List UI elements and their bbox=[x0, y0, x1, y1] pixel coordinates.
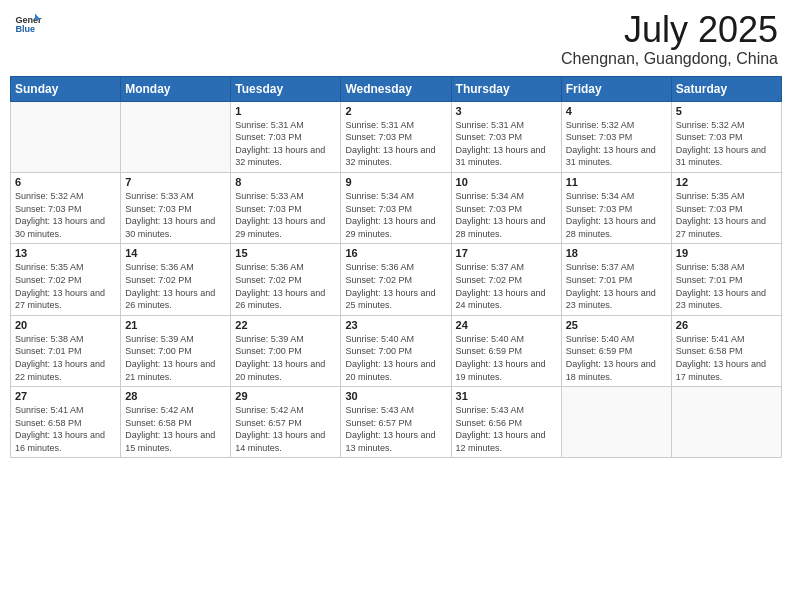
day-info: Sunrise: 5:32 AM Sunset: 7:03 PM Dayligh… bbox=[676, 119, 777, 169]
day-info: Sunrise: 5:31 AM Sunset: 7:03 PM Dayligh… bbox=[235, 119, 336, 169]
day-info: Sunrise: 5:35 AM Sunset: 7:02 PM Dayligh… bbox=[15, 261, 116, 311]
column-header-wednesday: Wednesday bbox=[341, 76, 451, 101]
day-info: Sunrise: 5:38 AM Sunset: 7:01 PM Dayligh… bbox=[676, 261, 777, 311]
calendar-cell: 2Sunrise: 5:31 AM Sunset: 7:03 PM Daylig… bbox=[341, 101, 451, 172]
calendar-cell: 23Sunrise: 5:40 AM Sunset: 7:00 PM Dayli… bbox=[341, 315, 451, 386]
day-info: Sunrise: 5:38 AM Sunset: 7:01 PM Dayligh… bbox=[15, 333, 116, 383]
column-header-thursday: Thursday bbox=[451, 76, 561, 101]
day-number: 2 bbox=[345, 105, 446, 117]
column-header-saturday: Saturday bbox=[671, 76, 781, 101]
calendar-week-row: 20Sunrise: 5:38 AM Sunset: 7:01 PM Dayli… bbox=[11, 315, 782, 386]
calendar-cell: 22Sunrise: 5:39 AM Sunset: 7:00 PM Dayli… bbox=[231, 315, 341, 386]
day-number: 18 bbox=[566, 247, 667, 259]
column-header-monday: Monday bbox=[121, 76, 231, 101]
day-number: 8 bbox=[235, 176, 336, 188]
calendar-week-row: 6Sunrise: 5:32 AM Sunset: 7:03 PM Daylig… bbox=[11, 172, 782, 243]
day-number: 14 bbox=[125, 247, 226, 259]
calendar-cell: 10Sunrise: 5:34 AM Sunset: 7:03 PM Dayli… bbox=[451, 172, 561, 243]
calendar-header-row: SundayMondayTuesdayWednesdayThursdayFrid… bbox=[11, 76, 782, 101]
calendar-week-row: 1Sunrise: 5:31 AM Sunset: 7:03 PM Daylig… bbox=[11, 101, 782, 172]
day-number: 11 bbox=[566, 176, 667, 188]
day-number: 21 bbox=[125, 319, 226, 331]
day-info: Sunrise: 5:43 AM Sunset: 6:57 PM Dayligh… bbox=[345, 404, 446, 454]
calendar-cell: 21Sunrise: 5:39 AM Sunset: 7:00 PM Dayli… bbox=[121, 315, 231, 386]
calendar-cell: 27Sunrise: 5:41 AM Sunset: 6:58 PM Dayli… bbox=[11, 387, 121, 458]
day-info: Sunrise: 5:40 AM Sunset: 6:59 PM Dayligh… bbox=[456, 333, 557, 383]
day-info: Sunrise: 5:31 AM Sunset: 7:03 PM Dayligh… bbox=[456, 119, 557, 169]
day-info: Sunrise: 5:41 AM Sunset: 6:58 PM Dayligh… bbox=[15, 404, 116, 454]
calendar-cell: 11Sunrise: 5:34 AM Sunset: 7:03 PM Dayli… bbox=[561, 172, 671, 243]
calendar-cell: 14Sunrise: 5:36 AM Sunset: 7:02 PM Dayli… bbox=[121, 244, 231, 315]
logo: General Blue bbox=[14, 10, 42, 38]
column-header-friday: Friday bbox=[561, 76, 671, 101]
day-number: 17 bbox=[456, 247, 557, 259]
calendar-cell: 16Sunrise: 5:36 AM Sunset: 7:02 PM Dayli… bbox=[341, 244, 451, 315]
calendar-cell: 5Sunrise: 5:32 AM Sunset: 7:03 PM Daylig… bbox=[671, 101, 781, 172]
day-number: 28 bbox=[125, 390, 226, 402]
day-number: 4 bbox=[566, 105, 667, 117]
day-number: 5 bbox=[676, 105, 777, 117]
day-info: Sunrise: 5:39 AM Sunset: 7:00 PM Dayligh… bbox=[125, 333, 226, 383]
calendar-cell: 13Sunrise: 5:35 AM Sunset: 7:02 PM Dayli… bbox=[11, 244, 121, 315]
location-title: Chengnan, Guangdong, China bbox=[561, 50, 778, 68]
day-number: 13 bbox=[15, 247, 116, 259]
title-block: July 2025 Chengnan, Guangdong, China bbox=[561, 10, 778, 68]
day-number: 29 bbox=[235, 390, 336, 402]
day-number: 23 bbox=[345, 319, 446, 331]
day-number: 12 bbox=[676, 176, 777, 188]
day-number: 31 bbox=[456, 390, 557, 402]
day-number: 30 bbox=[345, 390, 446, 402]
month-title: July 2025 bbox=[561, 10, 778, 50]
day-info: Sunrise: 5:34 AM Sunset: 7:03 PM Dayligh… bbox=[456, 190, 557, 240]
day-number: 9 bbox=[345, 176, 446, 188]
day-number: 15 bbox=[235, 247, 336, 259]
calendar-cell: 12Sunrise: 5:35 AM Sunset: 7:03 PM Dayli… bbox=[671, 172, 781, 243]
calendar-cell bbox=[671, 387, 781, 458]
day-info: Sunrise: 5:42 AM Sunset: 6:57 PM Dayligh… bbox=[235, 404, 336, 454]
calendar-table: SundayMondayTuesdayWednesdayThursdayFrid… bbox=[10, 76, 782, 459]
day-info: Sunrise: 5:42 AM Sunset: 6:58 PM Dayligh… bbox=[125, 404, 226, 454]
calendar-cell: 9Sunrise: 5:34 AM Sunset: 7:03 PM Daylig… bbox=[341, 172, 451, 243]
calendar-cell bbox=[121, 101, 231, 172]
day-info: Sunrise: 5:40 AM Sunset: 6:59 PM Dayligh… bbox=[566, 333, 667, 383]
day-info: Sunrise: 5:34 AM Sunset: 7:03 PM Dayligh… bbox=[345, 190, 446, 240]
day-info: Sunrise: 5:36 AM Sunset: 7:02 PM Dayligh… bbox=[345, 261, 446, 311]
calendar-cell: 4Sunrise: 5:32 AM Sunset: 7:03 PM Daylig… bbox=[561, 101, 671, 172]
day-info: Sunrise: 5:32 AM Sunset: 7:03 PM Dayligh… bbox=[566, 119, 667, 169]
day-info: Sunrise: 5:43 AM Sunset: 6:56 PM Dayligh… bbox=[456, 404, 557, 454]
day-info: Sunrise: 5:35 AM Sunset: 7:03 PM Dayligh… bbox=[676, 190, 777, 240]
calendar-cell bbox=[561, 387, 671, 458]
day-info: Sunrise: 5:36 AM Sunset: 7:02 PM Dayligh… bbox=[125, 261, 226, 311]
day-info: Sunrise: 5:34 AM Sunset: 7:03 PM Dayligh… bbox=[566, 190, 667, 240]
svg-text:Blue: Blue bbox=[15, 24, 35, 34]
day-info: Sunrise: 5:37 AM Sunset: 7:02 PM Dayligh… bbox=[456, 261, 557, 311]
day-info: Sunrise: 5:33 AM Sunset: 7:03 PM Dayligh… bbox=[235, 190, 336, 240]
column-header-sunday: Sunday bbox=[11, 76, 121, 101]
day-number: 3 bbox=[456, 105, 557, 117]
calendar-cell: 3Sunrise: 5:31 AM Sunset: 7:03 PM Daylig… bbox=[451, 101, 561, 172]
calendar-cell: 7Sunrise: 5:33 AM Sunset: 7:03 PM Daylig… bbox=[121, 172, 231, 243]
calendar-cell: 15Sunrise: 5:36 AM Sunset: 7:02 PM Dayli… bbox=[231, 244, 341, 315]
day-number: 16 bbox=[345, 247, 446, 259]
calendar-cell: 30Sunrise: 5:43 AM Sunset: 6:57 PM Dayli… bbox=[341, 387, 451, 458]
day-number: 25 bbox=[566, 319, 667, 331]
day-info: Sunrise: 5:36 AM Sunset: 7:02 PM Dayligh… bbox=[235, 261, 336, 311]
day-info: Sunrise: 5:33 AM Sunset: 7:03 PM Dayligh… bbox=[125, 190, 226, 240]
calendar-cell: 24Sunrise: 5:40 AM Sunset: 6:59 PM Dayli… bbox=[451, 315, 561, 386]
column-header-tuesday: Tuesday bbox=[231, 76, 341, 101]
day-number: 22 bbox=[235, 319, 336, 331]
day-number: 7 bbox=[125, 176, 226, 188]
calendar-cell: 20Sunrise: 5:38 AM Sunset: 7:01 PM Dayli… bbox=[11, 315, 121, 386]
day-info: Sunrise: 5:41 AM Sunset: 6:58 PM Dayligh… bbox=[676, 333, 777, 383]
calendar-cell: 29Sunrise: 5:42 AM Sunset: 6:57 PM Dayli… bbox=[231, 387, 341, 458]
day-number: 6 bbox=[15, 176, 116, 188]
calendar-cell bbox=[11, 101, 121, 172]
calendar-cell: 25Sunrise: 5:40 AM Sunset: 6:59 PM Dayli… bbox=[561, 315, 671, 386]
day-info: Sunrise: 5:40 AM Sunset: 7:00 PM Dayligh… bbox=[345, 333, 446, 383]
day-number: 26 bbox=[676, 319, 777, 331]
day-info: Sunrise: 5:32 AM Sunset: 7:03 PM Dayligh… bbox=[15, 190, 116, 240]
calendar-week-row: 13Sunrise: 5:35 AM Sunset: 7:02 PM Dayli… bbox=[11, 244, 782, 315]
day-info: Sunrise: 5:31 AM Sunset: 7:03 PM Dayligh… bbox=[345, 119, 446, 169]
day-number: 19 bbox=[676, 247, 777, 259]
calendar-cell: 18Sunrise: 5:37 AM Sunset: 7:01 PM Dayli… bbox=[561, 244, 671, 315]
